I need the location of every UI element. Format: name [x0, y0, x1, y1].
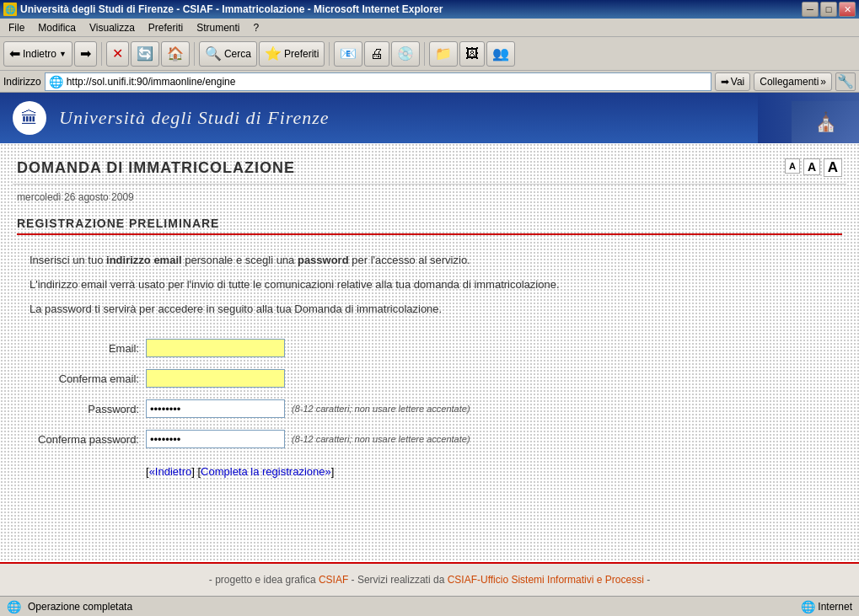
zone-label: Internet — [818, 601, 852, 613]
address-label: Indirizzo — [3, 76, 41, 88]
main-content: DOMANDA DI IMMATRICOLAZIONE A A A mercol… — [0, 143, 859, 562]
content-area: 🏛 Università degli Studi di Firenze ⛪ DO… — [0, 93, 859, 596]
intro-post: per l'accesso al servizio. — [349, 254, 470, 266]
font-small-button[interactable]: A — [785, 158, 800, 174]
links-label: Collegamenti — [760, 76, 819, 88]
font-size-controls: A A A — [785, 158, 842, 177]
menu-visualizza[interactable]: Visualizza — [84, 20, 140, 35]
close-button[interactable]: ✕ — [839, 2, 856, 17]
status-text: Operazione completata — [28, 601, 794, 613]
links-chevron-icon: » — [820, 76, 826, 88]
mail-button[interactable]: 📧 — [334, 41, 362, 67]
search-icon: 🔍 — [205, 46, 222, 62]
separator-1 — [101, 42, 102, 66]
confirm-password-hint: (8-12 caratteri; non usare lettere accen… — [292, 434, 470, 444]
toolbar: ⬅ Indietro ▼ ➡ ✕ 🔄 🏠 🔍 Cerca ⭐ Preferiti… — [0, 37, 859, 71]
page-footer: - progetto e idea grafica CSIAF - Serviz… — [0, 562, 859, 596]
menu-strumenti[interactable]: Strumenti — [191, 20, 244, 35]
links-button[interactable]: Collegamenti » — [754, 72, 832, 91]
media-icon: 💿 — [397, 46, 414, 62]
separator-3 — [329, 42, 330, 66]
media-button[interactable]: 💿 — [391, 41, 420, 67]
password-row: Password: (8-12 caratteri; non usare let… — [30, 399, 829, 418]
minimize-button[interactable]: ─ — [802, 2, 819, 17]
folder-button[interactable]: 📁 — [429, 41, 458, 67]
email-label: Email: — [30, 342, 139, 355]
status-icon: 🌐 — [7, 600, 21, 613]
back-dropdown-icon[interactable]: ▼ — [59, 50, 67, 58]
intro-bold1: indirizzo email — [106, 254, 182, 266]
back-icon: ⬅ — [9, 46, 20, 62]
menu-modifica[interactable]: Modifica — [33, 20, 81, 35]
star-icon: ⭐ — [265, 46, 282, 62]
university-name: Università degli Studi di Firenze — [59, 107, 330, 129]
go-button[interactable]: ➡ Vai — [715, 72, 750, 91]
maximize-button[interactable]: □ — [820, 2, 837, 17]
confirm-email-label: Conferma email: — [30, 372, 139, 385]
footer-link1[interactable]: CSIAF — [319, 574, 348, 586]
home-icon: 🏠 — [167, 46, 184, 62]
back-button[interactable]: ⬅ Indietro ▼ — [3, 41, 72, 67]
menu-file[interactable]: File — [3, 20, 30, 35]
menu-help[interactable]: ? — [249, 20, 265, 35]
toolbar-extra-button[interactable]: 🔧 — [835, 72, 856, 91]
status-zone: 🌐 Internet — [801, 600, 852, 613]
refresh-icon: 🔄 — [137, 46, 153, 62]
footer-link2[interactable]: CSIAF-Ufficio Sistemi Informativi e Proc… — [448, 574, 644, 586]
refresh-button[interactable]: 🔄 — [131, 41, 159, 67]
intro-line3: La password ti servirà per accedere in s… — [30, 301, 829, 319]
status-bar: 🌐 Operazione completata 🌐 Internet — [0, 596, 859, 616]
university-logo: 🏛 — [13, 101, 46, 135]
email-field[interactable] — [146, 339, 285, 357]
title-bar: 🌐 Università degli Studi di Firenze - CS… — [0, 0, 859, 19]
separator-2 — [194, 42, 195, 66]
confirm-password-field[interactable] — [146, 430, 285, 448]
intro-pre: Inserisci un tuo — [30, 254, 106, 266]
back-label: Indietro — [23, 48, 56, 60]
status-right: 🌐 Internet — [801, 600, 852, 613]
footer-mid: - Servizi realizzati da — [348, 574, 447, 586]
menu-preferiti[interactable]: Preferiti — [143, 20, 188, 35]
form-links: [«Indietro] [Completa la registrazione»] — [146, 465, 829, 478]
confirm-password-label: Conferma password: — [30, 433, 139, 446]
back-link[interactable]: «Indietro — [149, 465, 192, 478]
font-large-button[interactable]: A — [824, 158, 842, 177]
contacts-button[interactable]: 👥 — [486, 41, 515, 67]
browser-icon: 🌐 — [3, 3, 17, 16]
password-label: Password: — [30, 403, 139, 415]
address-input[interactable] — [67, 76, 707, 88]
confirm-email-row: Conferma email: — [30, 369, 829, 388]
password-field[interactable] — [146, 399, 285, 418]
logo-icon: 🏛 — [21, 109, 38, 128]
pictures-button[interactable]: 🖼 — [459, 41, 485, 67]
forward-button[interactable]: ➡ — [74, 41, 97, 67]
favorites-button[interactable]: ⭐ Preferiti — [259, 41, 325, 67]
print-button[interactable]: 🖨 — [364, 41, 389, 67]
page-icon: 🌐 — [49, 75, 63, 88]
search-label: Cerca — [224, 48, 251, 60]
intro-line1: Inserisci un tuo indirizzo email persona… — [30, 252, 829, 270]
university-banner-image: ⛪ — [758, 93, 859, 143]
address-input-wrap: 🌐 — [45, 72, 711, 91]
print-icon: 🖨 — [370, 46, 384, 62]
register-link[interactable]: Completa la registrazione» — [201, 465, 331, 478]
page-title-bar: DOMANDA DI IMMATRICOLAZIONE A A A — [13, 152, 846, 185]
form-container: Inserisci un tuo indirizzo email persona… — [13, 252, 846, 478]
separator-4 — [424, 42, 425, 66]
home-button[interactable]: 🏠 — [161, 41, 190, 67]
menu-bar: File Modifica Visualizza Preferiti Strum… — [0, 19, 859, 37]
toolbar-extra-icon: 🔧 — [837, 73, 854, 89]
go-arrow-icon: ➡ — [721, 76, 729, 88]
confirm-email-field[interactable] — [146, 369, 285, 388]
section-title: REGISTRAZIONE PRELIMINARE — [17, 217, 842, 235]
email-row: Email: — [30, 339, 829, 357]
search-button[interactable]: 🔍 Cerca — [199, 41, 257, 67]
font-mid-button[interactable]: A — [803, 158, 820, 175]
forward-icon: ➡ — [80, 46, 91, 62]
mail-icon: 📧 — [340, 46, 357, 62]
intro-bold2: password — [298, 254, 349, 266]
pictures-icon: 🖼 — [465, 46, 479, 62]
favorites-label: Preferiti — [284, 48, 319, 60]
page-date: mercoledì 26 agosto 2009 — [13, 188, 846, 210]
stop-button[interactable]: ✕ — [106, 41, 129, 67]
